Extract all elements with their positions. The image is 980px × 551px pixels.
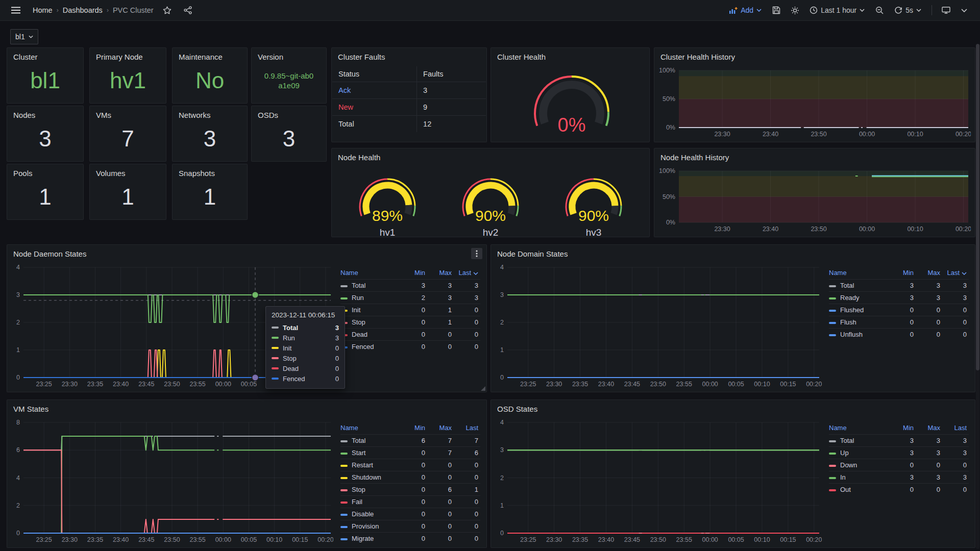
legend-header-name[interactable]: Name — [829, 422, 889, 435]
panel-title[interactable]: Node Health History — [654, 148, 975, 163]
menu-toggle-icon[interactable] — [9, 4, 22, 17]
x-axis-tick-label: 23:50 — [650, 381, 666, 388]
legend-header-last[interactable]: Last — [942, 422, 969, 435]
panel-title[interactable]: VM States — [7, 400, 486, 414]
share-icon[interactable] — [181, 4, 194, 17]
legend-series-name[interactable]: Unflush — [829, 329, 889, 341]
gauge-value-text: 90% — [475, 207, 506, 224]
save-dashboard-icon[interactable] — [770, 4, 783, 17]
legend-header-last[interactable]: Last — [454, 422, 480, 435]
legend-header-min[interactable]: Min — [889, 267, 916, 280]
scrollbar-thumb[interactable] — [976, 44, 979, 370]
breadcrumb-home[interactable]: Home — [33, 6, 53, 14]
legend-header-max[interactable]: Max — [427, 422, 454, 435]
legend-series-name[interactable]: Down — [829, 459, 889, 471]
legend-series-name[interactable]: Init — [340, 304, 401, 316]
panel-title[interactable]: Version — [252, 48, 326, 62]
legend-header-max[interactable]: Max — [427, 267, 454, 280]
legend-series-name[interactable]: Stop — [340, 316, 401, 329]
legend-series-name[interactable]: Disable — [340, 508, 401, 520]
time-series-chart[interactable]: 0123423:2523:3023:3523:4023:4523:5023:55… — [495, 262, 822, 389]
legend-series-name[interactable]: Stop — [340, 484, 401, 496]
dashboard-settings-gear-icon[interactable] — [788, 4, 801, 17]
legend-series-name[interactable]: Flush — [829, 316, 889, 329]
stat-value: hv1 — [90, 62, 166, 103]
panel-title[interactable]: VMs — [90, 106, 166, 120]
legend-row: Flush000 — [829, 316, 969, 329]
y-axis-tick-label: 0% — [666, 124, 675, 131]
legend-series-name[interactable]: Provision — [340, 520, 401, 533]
legend-header-last[interactable]: Last — [454, 267, 480, 280]
x-axis-tick-label: 00:10 — [754, 536, 770, 543]
panel-title[interactable]: Cluster — [7, 48, 83, 62]
legend-header-name[interactable]: Name — [829, 267, 889, 280]
panel-title[interactable]: Snapshots — [173, 164, 247, 179]
legend-header-max[interactable]: Max — [916, 267, 942, 280]
breadcrumb-dashboards[interactable]: Dashboards — [63, 6, 103, 14]
refresh-picker[interactable]: 5s — [891, 4, 924, 16]
time-range-picker[interactable]: Last 1 hour — [806, 4, 868, 16]
panel-title[interactable]: Networks — [173, 106, 247, 120]
legend-series-name[interactable]: Total — [829, 435, 889, 447]
legend-header-last[interactable]: Last — [942, 267, 969, 280]
legend-series-name[interactable]: Total — [340, 435, 401, 447]
panel-title[interactable]: Primary Node — [90, 48, 166, 62]
zoom-out-time-icon[interactable] — [873, 4, 886, 17]
legend-header-max[interactable]: Max — [916, 422, 942, 435]
time-series-chart[interactable]: 0%50%100%23:3023:4023:5000:0000:1000:20 — [658, 65, 971, 139]
panel-title[interactable]: Node Health — [332, 148, 649, 163]
legend-series-name[interactable]: Up — [829, 447, 889, 459]
time-series-chart[interactable]: 0246823:2523:3023:3523:4023:4523:5023:55… — [11, 417, 333, 544]
legend-series-name[interactable]: Dead — [340, 329, 401, 341]
legend-series-name[interactable]: Run — [340, 292, 401, 304]
panel-title[interactable]: OSDs — [252, 106, 326, 120]
panel-title[interactable]: Pools — [7, 164, 83, 179]
panel-menu-kebab-icon[interactable] — [471, 248, 482, 259]
panel-resize-handle[interactable] — [481, 386, 485, 391]
legend-series-name[interactable]: Start — [340, 447, 401, 459]
legend-series-name[interactable]: Restart — [340, 459, 401, 471]
legend-row: Stop010 — [340, 316, 480, 329]
faults-column-faults[interactable]: Faults — [417, 66, 486, 82]
favorite-star-icon[interactable] — [161, 4, 174, 17]
variable-dropdown-cluster[interactable]: bl1 — [10, 29, 38, 44]
legend-series-name[interactable]: Shutdown — [340, 471, 401, 484]
panel-title[interactable]: Cluster Health — [491, 48, 649, 62]
panel-title[interactable]: Cluster Health History — [654, 48, 975, 62]
legend-header-min[interactable]: Min — [889, 422, 916, 435]
legend-header-min[interactable]: Min — [401, 422, 427, 435]
tooltip-series-name: Stop — [283, 355, 335, 362]
legend-header-name[interactable]: Name — [340, 422, 401, 435]
kiosk-monitor-icon[interactable] — [939, 4, 952, 17]
legend-series-name[interactable]: Migrate — [340, 533, 401, 545]
panel-title[interactable]: Maintenance — [173, 48, 247, 62]
legend-header-min[interactable]: Min — [401, 267, 427, 280]
time-series-chart[interactable]: 0%50%100%23:3023:4023:5000:0000:1000:20 — [658, 166, 971, 234]
legend-series-name[interactable]: Ready — [829, 292, 889, 304]
legend-header-name[interactable]: Name — [340, 267, 401, 280]
gauge-remainder-arc — [407, 205, 409, 214]
legend-series-name[interactable]: Total — [340, 280, 401, 292]
fault-count: 9 — [417, 99, 486, 116]
legend-series-name[interactable]: Total — [829, 280, 889, 292]
legend-series-name[interactable]: Fenced — [340, 341, 401, 353]
breadcrumb-current-page[interactable]: PVC Cluster — [113, 6, 154, 14]
legend-series-name[interactable]: Flushed — [829, 304, 889, 316]
faults-column-status[interactable]: Status — [332, 66, 417, 82]
series-color-swatch — [829, 297, 836, 299]
time-series-chart[interactable]: 0123423:2523:3023:3523:4023:4523:5023:55… — [495, 417, 822, 544]
panel-title[interactable]: Node Domain States — [491, 245, 975, 259]
panel-title[interactable]: Cluster Faults — [332, 48, 486, 62]
panel-title[interactable]: OSD States — [491, 400, 975, 414]
hovered-data-point — [252, 374, 259, 381]
panel-title[interactable]: Nodes — [7, 106, 83, 120]
legend-series-name[interactable]: In — [829, 471, 889, 484]
panel-title[interactable]: Node Daemon States — [7, 245, 486, 259]
panel-title[interactable]: Volumes — [90, 164, 166, 179]
navbar-more-chevron-icon[interactable] — [958, 4, 971, 17]
legend-series-name[interactable]: Out — [829, 484, 889, 496]
legend-row: In333 — [829, 471, 969, 484]
add-panel-button[interactable]: Add — [726, 4, 765, 16]
x-axis-tick-label: 00:20 — [317, 536, 333, 543]
legend-series-name[interactable]: Fail — [340, 496, 401, 508]
